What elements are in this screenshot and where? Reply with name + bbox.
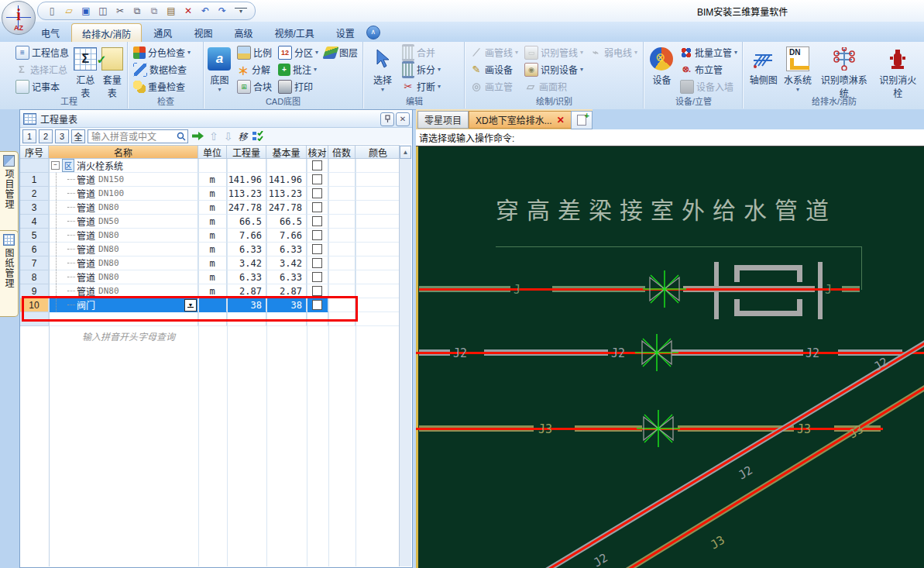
- vertical-scrollbar[interactable]: ▲: [399, 145, 411, 566]
- recog-pipe-button[interactable]: ▭识别管线▾: [523, 44, 585, 60]
- group-row-hydrant-system[interactable]: −区消火栓系统: [20, 159, 401, 173]
- search-input[interactable]: 输入拼音或中文: [88, 129, 188, 143]
- move-down-button[interactable]: ⇩: [222, 130, 235, 143]
- split-button[interactable]: 拆分▾: [400, 61, 442, 77]
- locate-button[interactable]: [191, 130, 205, 143]
- tree-collapse-icon[interactable]: −: [51, 161, 60, 170]
- break-button[interactable]: ✂打断▾: [400, 78, 442, 95]
- notepad-button[interactable]: 记事本: [14, 78, 70, 95]
- print-button[interactable]: 打印: [277, 78, 320, 95]
- column-header-名称[interactable]: 名称: [49, 145, 198, 159]
- print-preview-icon[interactable]: ◫: [97, 5, 109, 17]
- data-check-button[interactable]: 数据检查: [132, 61, 192, 77]
- batch-check-button[interactable]: [251, 130, 266, 143]
- delete-icon[interactable]: ✕: [182, 5, 194, 17]
- open-folder-icon[interactable]: ▱: [63, 5, 75, 17]
- cut-icon[interactable]: ✂: [114, 5, 126, 17]
- table-row-5[interactable]: 5管道DN80m7.667.66: [20, 229, 401, 243]
- recog-device-button[interactable]: ◉识别设备▾: [523, 61, 585, 77]
- place-riser-button[interactable]: ⊗.布立管: [678, 61, 739, 77]
- recog-hydrant-button[interactable]: 识别消火栓: [875, 44, 921, 99]
- close-panel-button[interactable]: ✕: [396, 112, 410, 126]
- batch-riser-button[interactable]: 批量立管▾: [678, 44, 739, 60]
- undo-icon[interactable]: ↶: [199, 5, 211, 17]
- pin-button[interactable]: [380, 112, 394, 126]
- column-header-颜色[interactable]: 颜色: [356, 145, 401, 159]
- new-tab-button[interactable]: [571, 111, 593, 129]
- select-summary-button[interactable]: Σ选择汇总: [14, 61, 70, 77]
- table-row-1[interactable]: 1管道DN150m141.96141.96: [20, 173, 401, 187]
- level-all-button[interactable]: 全: [71, 129, 85, 143]
- ribbon-tab-设置[interactable]: 设置: [326, 23, 365, 42]
- column-header-基本量[interactable]: 基本量: [266, 145, 307, 159]
- table-row-6[interactable]: 6管道DN80m6.336.33: [20, 243, 401, 256]
- table-row-8[interactable]: 8管道DN80m6.336.33: [20, 270, 401, 284]
- close-tab-icon[interactable]: ✕: [557, 115, 565, 126]
- column-header-倍数[interactable]: 倍数: [328, 145, 356, 159]
- sidebar-tab-drawing-manage[interactable]: 图纸管理: [0, 230, 19, 317]
- app-logo-icon[interactable]: i AZ: [2, 1, 36, 35]
- merge-block-button[interactable]: ⊞合块: [235, 78, 273, 95]
- draw-riser-button[interactable]: ◎画立管: [469, 78, 520, 95]
- annotate-button[interactable]: +批注▾: [277, 61, 320, 77]
- move-up-button[interactable]: ⇧: [208, 130, 220, 143]
- merge-button[interactable]: 合并: [400, 44, 442, 60]
- doc-tab-misc[interactable]: 零星项目: [417, 111, 469, 129]
- check-checkbox[interactable]: [312, 216, 322, 226]
- table-row-10[interactable]: 10阀门▼3838: [20, 298, 401, 312]
- table-row-7[interactable]: 7管道DN80m3.423.42: [20, 256, 401, 270]
- paste-icon[interactable]: ▤: [165, 5, 177, 17]
- draw-device-button[interactable]: ✎画设备: [469, 61, 520, 77]
- ribbon-tab-通风[interactable]: 通风: [143, 23, 182, 42]
- new-file-icon[interactable]: ▯: [46, 5, 58, 17]
- table-row-2[interactable]: 2管道DN100m113.23113.23: [20, 187, 401, 201]
- draw-area-button[interactable]: ▱画面积: [523, 78, 585, 95]
- table-row-3[interactable]: 3管道DN80m247.78247.78: [20, 201, 401, 215]
- level-2-button[interactable]: 2: [39, 129, 53, 143]
- check-checkbox[interactable]: [312, 160, 322, 170]
- column-header-工程量[interactable]: 工程量: [227, 145, 266, 159]
- check-checkbox[interactable]: [312, 174, 322, 184]
- check-checkbox[interactable]: [312, 272, 322, 282]
- draw-pipe-button[interactable]: ⟋画管线▾: [469, 44, 520, 60]
- level-3-button[interactable]: 3: [55, 129, 69, 143]
- check-checkbox[interactable]: [312, 258, 322, 268]
- color-check-button[interactable]: 分色检查▾: [132, 44, 192, 60]
- check-checkbox[interactable]: [312, 188, 322, 198]
- check-checkbox[interactable]: [312, 300, 322, 310]
- column-header-单位[interactable]: 单位: [198, 145, 227, 159]
- table-row-9[interactable]: 9管道DN80m2.872.87: [20, 284, 401, 298]
- scroll-up-arrow[interactable]: ▲: [400, 146, 411, 159]
- axonometric-button[interactable]: 轴侧图: [747, 44, 779, 99]
- sidebar-tab-project-manage[interactable]: 项目管理: [0, 151, 19, 235]
- empty-row[interactable]: [20, 312, 401, 326]
- check-checkbox[interactable]: [312, 286, 322, 296]
- qat-overflow-icon[interactable]: ▾: [235, 8, 247, 15]
- select-button[interactable]: 选择▾: [368, 44, 397, 95]
- ribbon-tab-高级[interactable]: 高级: [224, 23, 263, 42]
- recog-sprinkler-button[interactable]: 识别喷淋系统: [816, 44, 872, 99]
- save-icon[interactable]: ▣: [80, 5, 92, 17]
- move-button[interactable]: 移: [236, 130, 249, 143]
- duplicate-icon[interactable]: ⧉: [148, 5, 160, 17]
- check-checkbox[interactable]: [312, 202, 322, 212]
- table-row-4[interactable]: 4管道DN50m66.566.5: [20, 215, 401, 229]
- weak-wire-button[interactable]: ⌁弱电线▾: [588, 44, 639, 60]
- check-checkbox[interactable]: [312, 244, 322, 254]
- partition-button[interactable]: 12分区▾: [277, 44, 320, 60]
- cad-canvas[interactable]: 穿高差梁接室外给水管道 JJJ2J2J2J3J3 J2J2J2J3J3: [416, 146, 924, 568]
- scale-button[interactable]: 比例: [235, 44, 273, 60]
- name-dropdown-button[interactable]: ▼: [184, 299, 197, 312]
- collapse-ribbon-button[interactable]: ∧: [366, 26, 380, 40]
- column-header-序号[interactable]: 序号: [20, 145, 49, 159]
- redo-icon[interactable]: ↷: [216, 5, 228, 17]
- ribbon-tab-电气[interactable]: 电气: [31, 23, 70, 42]
- base-map-button[interactable]: a底图▾: [207, 44, 232, 95]
- overlap-check-button[interactable]: 重叠检查: [132, 78, 192, 95]
- device-in-wall-button[interactable]: 设备入墙: [678, 78, 739, 95]
- water-system-button[interactable]: 水系统▾: [782, 44, 813, 99]
- ribbon-tab-视图[interactable]: 视图: [184, 23, 222, 42]
- ribbon-tab-视频/工具[interactable]: 视频/工具: [264, 23, 324, 42]
- project-info-button[interactable]: ≡工程信息: [14, 44, 70, 60]
- command-line[interactable]: 请选择或输入操作命令:: [416, 129, 924, 146]
